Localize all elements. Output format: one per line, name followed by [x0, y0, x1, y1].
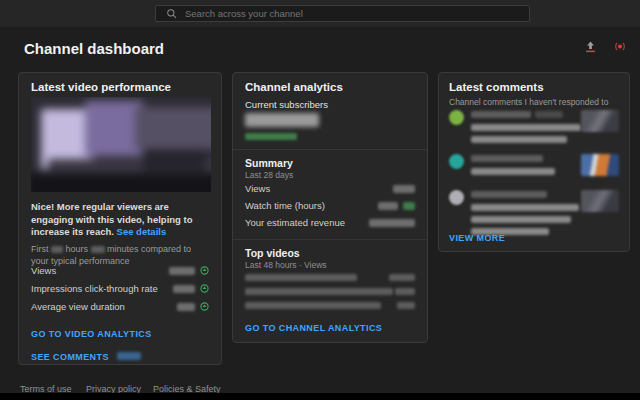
window-bottom-strip: [0, 393, 640, 400]
page-title: Channel dashboard: [24, 40, 164, 57]
upload-icon[interactable]: [583, 39, 598, 54]
view-more-link[interactable]: VIEW MORE: [449, 233, 505, 243]
comment-item[interactable]: [449, 109, 619, 149]
latest-video-thumbnail[interactable]: [31, 97, 211, 192]
search-icon: [166, 8, 177, 19]
redacted-comment-text: [471, 204, 579, 211]
see-details-link[interactable]: See details: [117, 226, 167, 237]
metric-row: Impressions click-through rate: [31, 283, 209, 294]
redacted-view-count: [389, 274, 415, 281]
redacted-value: [91, 246, 105, 253]
comments-subtitle: Channel comments I haven't responded to: [449, 97, 608, 107]
summary-row: Your estimated revenue: [245, 217, 415, 228]
trend-up-icon: [200, 284, 209, 293]
search-input[interactable]: Search across your channel: [185, 8, 303, 19]
see-comments-link[interactable]: SEE COMMENTS: [31, 352, 109, 362]
redacted-comment-count: [117, 352, 141, 360]
youtube-studio-dashboard: Search across your channel Channel dashb…: [0, 0, 640, 400]
redacted-comment-text: [471, 136, 567, 143]
redacted-comment-text: [471, 124, 581, 131]
redacted-author: [471, 111, 531, 118]
insight-text: Nice! More regular viewers are engaging …: [31, 201, 193, 237]
comment-item[interactable]: [449, 153, 619, 183]
summary-row: Views: [245, 183, 415, 194]
blurred-thumbnail-mosaic: [31, 97, 211, 192]
card-title: Latest video performance: [31, 81, 171, 93]
metric-row: Average view duration: [31, 301, 209, 312]
avatar: [449, 110, 464, 125]
top-bar: Search across your channel: [0, 0, 640, 27]
go-to-video-analytics-link[interactable]: GO TO VIDEO ANALYTICS: [31, 329, 152, 339]
avatar: [449, 190, 464, 205]
latest-comments-card: Latest comments Channel comments I haven…: [438, 72, 630, 252]
go-live-icon[interactable]: [612, 39, 628, 54]
top-video-row[interactable]: [245, 274, 415, 281]
redacted-subscriber-change: [245, 133, 297, 140]
redacted-value: [393, 185, 415, 193]
comment-video-thumbnail: [581, 190, 619, 212]
comment-body: [471, 189, 579, 236]
divider: [233, 149, 427, 150]
avatar: [449, 154, 464, 169]
redacted-value: [177, 303, 195, 311]
latest-video-performance-card: Latest video performance Nice! More regu…: [18, 72, 222, 365]
comment-body: [471, 153, 555, 176]
trend-up-icon: [200, 302, 209, 311]
redacted-author: [471, 155, 543, 162]
see-comments-row[interactable]: SEE COMMENTS: [31, 346, 141, 364]
search-box[interactable]: Search across your channel: [155, 5, 530, 22]
summary-row: Watch time (hours): [245, 200, 415, 211]
metric-row: Views: [31, 265, 209, 276]
comment-item[interactable]: [449, 189, 619, 233]
redacted-change: [403, 202, 415, 210]
redacted-comment-text: [471, 168, 555, 175]
redacted-author: [471, 191, 547, 198]
redacted-value: [369, 219, 415, 227]
card-title: Latest comments: [449, 81, 544, 93]
summary-subtitle: Last 28 days: [245, 170, 293, 180]
redacted-subscriber-count: [245, 113, 319, 127]
redacted-timestamp: [535, 111, 563, 118]
top-video-row[interactable]: [245, 302, 415, 309]
comment-body: [471, 109, 581, 144]
redacted-view-count: [397, 302, 415, 309]
top-videos-title: Top videos: [245, 247, 300, 259]
redacted-view-count: [395, 288, 415, 295]
redacted-value: [51, 246, 63, 253]
redacted-value: [378, 202, 398, 210]
top-video-row[interactable]: [245, 288, 415, 295]
header-actions: [583, 39, 628, 54]
performance-insight: Nice! More regular viewers are engaging …: [31, 201, 211, 239]
trend-up-icon: [200, 266, 209, 275]
divider: [233, 239, 427, 240]
summary-title: Summary: [245, 157, 293, 169]
comment-video-thumbnail: [581, 154, 619, 176]
redacted-video-title: [245, 274, 357, 281]
redacted-comment-text: [471, 216, 571, 223]
go-to-channel-analytics-link[interactable]: GO TO CHANNEL ANALYTICS: [245, 323, 382, 333]
redacted-value: [173, 285, 195, 293]
current-subscribers-label: Current subscribers: [245, 99, 328, 110]
redacted-value: [169, 267, 195, 275]
top-videos-subtitle: Last 48 hours · Views: [245, 260, 327, 270]
card-title: Channel analytics: [245, 81, 343, 93]
redacted-video-title: [245, 288, 393, 295]
redacted-video-title: [245, 302, 381, 309]
channel-analytics-card: Channel analytics Current subscribers Su…: [232, 72, 428, 343]
comparison-text: First hours minutes compared to your typ…: [31, 243, 211, 267]
comment-video-thumbnail: [581, 110, 619, 132]
